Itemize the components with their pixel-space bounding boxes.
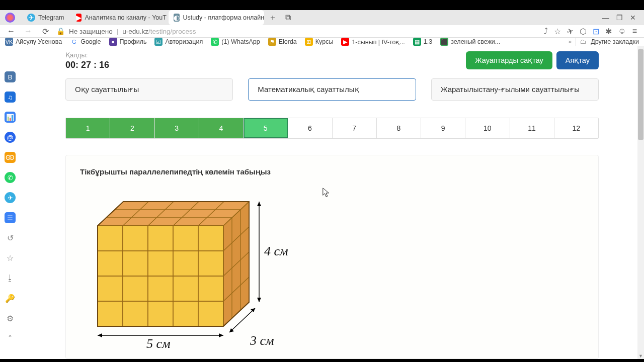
question-title: Тікбұрышты параллелепипедтің көлемін таб… [80,167,584,176]
profile-icon[interactable]: ☺ [618,27,626,36]
insecure-lock-icon: 🔒 [56,27,65,35]
svg-marker-0 [98,202,249,226]
tab-strip: ✈Telegram▶Аналитика по каналу - YouT◐Ust… [0,10,644,25]
section-tab[interactable]: Жаратылыстану-ғылыми сауаттылығы [431,78,599,101]
cuboid-figure: 4 см 3 см 5 см [80,186,321,346]
back-button[interactable]: ← [5,25,17,37]
question-nav-item[interactable]: 2 [110,118,154,138]
bookmark-favicon-icon: G [70,38,78,46]
section-tab[interactable]: Оқу сауаттылығы [65,78,233,101]
history-icon[interactable]: ↺ [5,232,16,243]
new-tab-button[interactable]: ＋ [266,11,279,24]
question-nav-item[interactable]: 11 [510,118,554,138]
bookmark-favicon-icon: ● [109,38,117,46]
bookmark-item[interactable]: ▶1-сынып | IV-тоқ... [341,38,405,46]
svg-marker-62 [219,333,223,337]
address-bar: ← → ⟳ 🔒 Не защищено | u-edu.kz/testing/p… [0,25,644,38]
mail-icon[interactable]: @ [5,132,16,143]
question-nav-item[interactable]: 10 [465,118,510,138]
bookmark-item[interactable]: GGoogle [70,38,101,46]
bookmark-label: Айсулу Усенова [16,38,62,45]
bookmark-item[interactable]: ⚑Elorda [268,38,297,46]
timer-value: 00: 27 : 16 [65,60,109,70]
bookmark-star-icon[interactable]: ☆ [554,27,561,36]
bookmark-label: Авторизация [165,38,203,45]
svg-marker-12 [198,276,223,301]
downloads-icon[interactable]: ⭳ [5,273,16,284]
maximize-button[interactable]: ❐ [616,14,623,22]
bookmark-label: Профиль [120,38,147,45]
bookmark-favicon-icon: ✆ [211,38,219,46]
browser-tab[interactable]: ◐Ustudy - платформа онлайн [169,10,264,25]
share-icon[interactable]: ⤴ [544,27,548,36]
collapse-sidebar-icon[interactable]: ˄ [5,333,16,344]
question-nav-item[interactable]: 7 [333,118,377,138]
scrollbar-thumb[interactable] [638,49,643,140]
svg-marker-13 [98,251,123,276]
tab-label: Ustudy - платформа онлайн [183,14,264,21]
reload-button[interactable]: ⟳ [39,25,51,37]
question-nav-item[interactable]: 9 [421,118,465,138]
browser-window: ✈Telegram▶Аналитика по каналу - YouT◐Ust… [0,10,644,352]
shield-icon[interactable]: ⬡ [580,27,587,36]
save-answers-button[interactable]: Жауаптарды сақтау [466,51,552,69]
scroll-down-icon[interactable]: ▼ [637,352,644,359]
dimension-width: 5 см [146,336,171,351]
forward-button[interactable]: → [22,25,34,37]
question-navigator: 123456789101112 [65,118,599,139]
svg-marker-20 [148,226,173,251]
question-nav-item[interactable]: 12 [554,118,598,138]
translate-icon[interactable]: ⊡ [593,27,599,36]
svg-marker-15 [148,251,173,276]
bookmark-item[interactable]: ⬛зеленый свежи... [440,38,500,46]
send-icon[interactable]: ✈ [566,26,575,37]
telegram-icon[interactable]: ✈ [5,192,16,203]
bookmark-item[interactable]: ☑Авторизация [154,38,203,46]
bookmark-favicon-icon: ⊞ [305,38,313,46]
browser-logo-icon[interactable] [5,13,15,23]
question-nav-item[interactable]: 5 [244,118,288,138]
svg-marker-61 [98,333,102,337]
extensions-icon[interactable]: ✱ [605,27,612,36]
list-icon[interactable]: ☰ [5,212,16,223]
bookmark-label: Курсы [315,38,334,45]
browser-tab[interactable]: ▶Аналитика по каналу - YouT [71,10,167,25]
vk-icon[interactable]: В [5,71,16,82]
bookmark-item[interactable]: ⊞Курсы [305,38,334,46]
section-tab[interactable]: Математикалық сауаттылық [248,78,416,101]
settings-icon[interactable]: ⚙ [5,313,16,324]
bookmark-favicon-icon: ☑ [154,38,163,46]
bookmarks-overflow-icon[interactable]: » [568,38,572,45]
bookmark-label: Google [80,38,101,45]
svg-marker-7 [198,301,223,326]
tab-overflow-icon[interactable]: ⧉ [281,11,294,24]
stats-icon[interactable]: 📊 [5,112,16,123]
question-nav-item[interactable]: 6 [288,118,332,138]
menu-icon[interactable]: ≡ [632,27,637,36]
ok-icon[interactable]: Ꙭ [5,152,16,163]
close-window-button[interactable]: ✕ [630,14,636,22]
whatsapp-icon[interactable]: ✆ [5,172,16,183]
other-bookmarks[interactable]: Другие закладки [591,38,639,45]
question-nav-item[interactable]: 3 [155,118,199,138]
key-icon[interactable]: 🔑 [5,293,16,304]
question-nav-item[interactable]: 1 [66,118,110,138]
finish-button[interactable]: Аяқтау [556,51,599,69]
question-nav-item[interactable]: 4 [199,118,244,138]
url-bar[interactable]: 🔒 Не защищено | u-edu.kz/testing/process [56,27,539,35]
url-path: /testing/process [148,28,196,35]
browser-tab[interactable]: ✈Telegram [22,10,69,25]
svg-marker-5 [148,301,173,326]
svg-marker-16 [173,251,198,276]
minimize-button[interactable]: ― [602,14,609,22]
music-icon[interactable]: ♫ [5,92,16,103]
svg-marker-6 [173,301,198,326]
bookmark-item[interactable]: VKАйсулу Усенова [5,38,62,46]
bookmark-item[interactable]: ●Профиль [109,38,147,46]
bookmark-item[interactable]: ✆(1) WhatsApp [211,38,260,46]
question-nav-item[interactable]: 8 [377,118,421,138]
bookmark-item[interactable]: ▦1.3 [413,38,432,46]
favorites-icon[interactable]: ☆ [5,252,16,263]
svg-marker-55 [257,202,261,206]
vertical-scrollbar[interactable]: ▲ ▼ [637,46,644,359]
